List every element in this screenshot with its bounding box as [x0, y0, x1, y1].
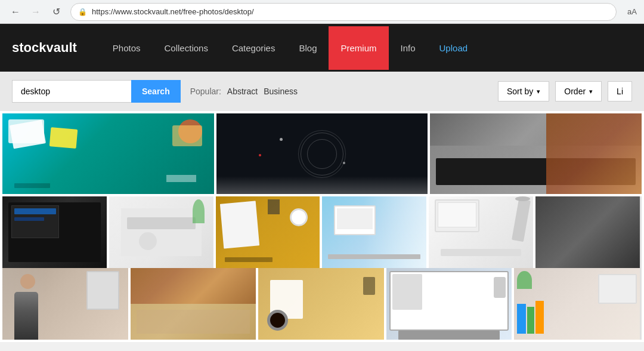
top-image-3[interactable] — [430, 113, 642, 194]
grid-image-6[interactable] — [535, 196, 642, 268]
grid-image-10[interactable] — [386, 268, 512, 340]
nav-upload[interactable]: Upload — [428, 26, 480, 70]
chevron-down-icon-2: ▾ — [589, 88, 593, 96]
search-input[interactable] — [12, 80, 131, 103]
grid-image-1[interactable] — [2, 196, 107, 268]
nav-categories[interactable]: Categories — [220, 26, 287, 70]
middle-image-row — [2, 196, 642, 268]
main-nav: Photos Collections Categories Blog Premi… — [101, 26, 632, 70]
top-image-1[interactable] — [2, 113, 214, 194]
popular-tags-section: Popular: Abstract Business — [190, 87, 488, 96]
nav-premium[interactable]: Premium — [329, 26, 388, 70]
grid-image-8[interactable] — [131, 268, 256, 340]
search-form: Search — [12, 80, 181, 103]
nav-info[interactable]: Info — [389, 26, 428, 70]
nav-blog[interactable]: Blog — [287, 26, 329, 70]
grid-image-2[interactable] — [109, 196, 213, 268]
search-button[interactable]: Search — [131, 80, 181, 103]
browser-chrome: ← → ↺ 🔒 https://www.stockvault.net/free-… — [0, 0, 644, 24]
limit-button[interactable]: Li — [608, 81, 632, 101]
nav-collections[interactable]: Collections — [153, 26, 220, 70]
photo-grid — [0, 111, 644, 342]
top-image-2[interactable] — [216, 113, 428, 194]
grid-image-9[interactable] — [258, 268, 384, 340]
lock-icon: 🔒 — [78, 8, 87, 16]
reload-button[interactable]: ↺ — [48, 4, 64, 20]
bottom-image-row — [2, 268, 642, 340]
chevron-down-icon: ▾ — [537, 88, 540, 96]
aa-button[interactable]: aA — [627, 7, 637, 16]
browser-nav-buttons: ← → ↺ — [7, 4, 64, 20]
back-button[interactable]: ← — [7, 4, 24, 20]
site-logo[interactable]: stockvault — [12, 40, 77, 56]
grid-image-5[interactable] — [429, 196, 533, 268]
tag-abstract[interactable]: Abstract — [227, 87, 258, 96]
grid-image-4[interactable] — [322, 196, 426, 268]
grid-image-7[interactable] — [2, 268, 128, 340]
url-text: https://www.stockvault.net/free-photos/d… — [92, 7, 609, 16]
top-image-row — [2, 113, 642, 194]
grid-image-3[interactable] — [216, 196, 320, 268]
sort-section: Sort by ▾ Order ▾ Li — [498, 81, 632, 101]
site-header: stockvault Photos Collections Categories… — [0, 24, 644, 72]
address-bar[interactable]: 🔒 https://www.stockvault.net/free-photos… — [70, 3, 617, 21]
sort-by-button[interactable]: Sort by ▾ — [498, 81, 549, 101]
search-section: Search Popular: Abstract Business Sort b… — [0, 72, 644, 111]
forward-button[interactable]: → — [27, 4, 44, 20]
grid-image-11[interactable] — [514, 268, 642, 340]
nav-photos[interactable]: Photos — [101, 26, 153, 70]
tag-business[interactable]: Business — [264, 87, 298, 96]
order-button[interactable]: Order ▾ — [555, 81, 602, 101]
popular-label: Popular: — [190, 87, 221, 96]
